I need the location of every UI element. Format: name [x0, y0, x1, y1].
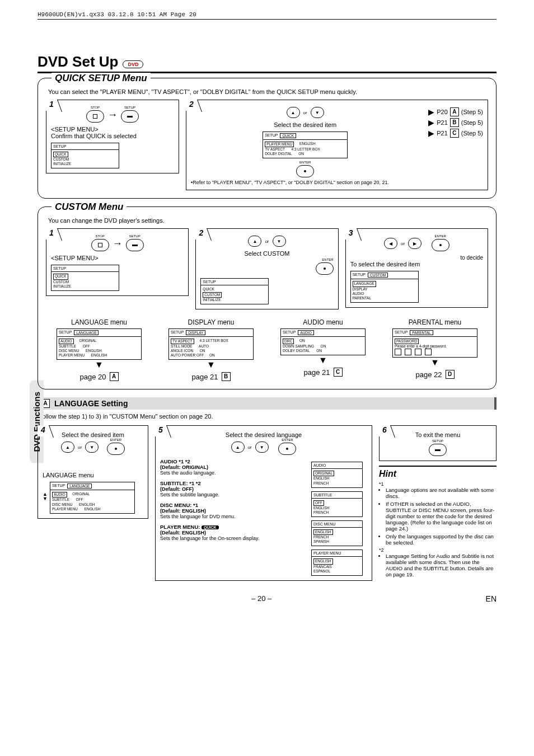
up-icon: ▲ [231, 442, 245, 453]
discmenu-options: DISC MENUENGLISHFRENCHSPANISH [311, 520, 363, 546]
page-title-row: DVD Set Up DVD [38, 53, 496, 73]
playermenu-desc: Sets the language for the On-screen disp… [160, 536, 306, 541]
or-text: or [78, 445, 82, 450]
audio-desc: Sets the audio language. [160, 470, 306, 476]
page-ref-text: page 21 [192, 373, 218, 381]
audio-title: AUDIO *1 *2 [160, 458, 306, 464]
hint-box: Hint *1 Language options are not availab… [379, 466, 496, 577]
enter-icon [107, 443, 125, 455]
quick-setup-intro: You can select the "PLAYER MENU", "TV AS… [48, 88, 488, 95]
right-icon: ▶ [408, 238, 421, 249]
page-footer: – 20 – EN [38, 594, 496, 603]
step-number: 2 [195, 228, 207, 240]
confirm-text: Confirm that QUICK is selected [51, 133, 174, 139]
language-menu-label: LANGUAGE menu [46, 318, 152, 326]
setup-menu-heading: <SETUP MENU> [51, 126, 174, 133]
custom-step-3: 3 ◀or▶ ENTER to decide To select the des… [345, 228, 488, 308]
down-icon: ▼ [255, 442, 269, 453]
stop-icon [86, 110, 104, 123]
step-number: 4 [38, 425, 49, 436]
playermenu-default: (Default: ENGLISH) [160, 530, 306, 536]
enter-icon [296, 165, 314, 177]
quick-badge: QUICK [202, 525, 219, 529]
enter-label: ENTER [191, 161, 419, 164]
arrow-right-icon: → [107, 109, 118, 121]
subtitle-options: SUBTITLEOFFENGLISHFRENCH [311, 491, 363, 517]
setup-label: SETUP [121, 106, 139, 109]
follow-text: Follow the step 1) to 3) in "CUSTOM Menu… [39, 413, 496, 420]
audio-default: (Default: ORIGINAL) [160, 464, 306, 470]
up-icon: ▲ [287, 107, 300, 118]
ref-letter: B [222, 372, 231, 381]
enter-label: ENTER [200, 258, 333, 261]
page-ref-text: page 22 [416, 370, 442, 379]
audio-menu-label: AUDIO menu [270, 318, 376, 326]
discmenu-desc: Sets the language for DVD menu. [160, 514, 306, 519]
custom-submenu: SETUPCUSTOM LANGUAGE DISPLAY AUDIO PAREN… [350, 271, 419, 303]
page-ref-text: page 20 [80, 373, 106, 381]
step-number: 5 [155, 425, 166, 436]
setup-icon [121, 110, 139, 123]
parental-menu: SETUPPARENTAL PASSWORD Please enter a 4-… [392, 328, 477, 358]
step-number: 6 [379, 425, 390, 436]
select-custom-text: Select CUSTOM [200, 250, 333, 257]
page-title: DVD Set Up [38, 53, 118, 71]
subtitle-default: (Default: OFF) [160, 486, 306, 492]
enter-icon [316, 262, 334, 275]
to-decide-text: to decide [350, 255, 483, 261]
setup-menu-quick: SETUP QUICK CUSTOM INITIALIZE [51, 143, 119, 168]
down-arrow-icon: ▼ [46, 360, 152, 370]
display-menu: SETUPDISPLAY TV ASPECT 4:3 LETTER BOX ST… [168, 328, 254, 360]
stop-icon [91, 239, 109, 251]
running-header: H9600UD(EN)v1.qx33 03.12.8 10:51 AM Page… [38, 11, 496, 20]
down-arrow-icon: ▼ [270, 355, 376, 365]
custom-menu-box: CUSTOM Menu You can change the DVD playe… [38, 206, 496, 389]
down-icon: ▼ [311, 107, 324, 118]
discmenu-title: DISC MENU: *1 [160, 502, 306, 508]
or-text: or [248, 445, 252, 450]
exit-menu-text: To exit the menu [384, 431, 491, 438]
custom-menu-title: CUSTOM Menu [51, 201, 127, 213]
hint-bullet: Language options are not available with … [386, 487, 496, 499]
enter-label: ENTER [278, 438, 296, 442]
lang-code: EN [486, 594, 496, 603]
setup-icon [126, 239, 144, 251]
or-text: or [303, 110, 307, 115]
setup-label: SETUP [384, 439, 491, 443]
select-desired-text: To select the desired item [350, 261, 483, 267]
hint-n1: *1 [379, 481, 496, 487]
language-menu: SETUPLANGUAGE AUDIO ORIGINAL SUBTITLE OF… [50, 482, 135, 514]
section-label: LANGUAGE Setting [54, 399, 128, 408]
submenu-flow: LANGUAGE menu SETUPLANGUAGE AUDIO ORIGIN… [46, 318, 488, 382]
discmenu-default: (Default: ENGLISH) [160, 508, 306, 514]
language-menu-label: LANGUAGE menu [43, 472, 143, 478]
page-ref-text: page 21 [304, 368, 330, 377]
or-text: or [265, 239, 269, 244]
quick-note: •Refer to "PLAYER MENU", "TV ASPECT", or… [191, 180, 419, 185]
lang-step-5: 5 Select the desired language ▲or▼ ENTER… [155, 425, 372, 581]
updown-icon: ▲▼ [43, 492, 48, 501]
hint-n2: *2 [379, 547, 496, 553]
down-icon: ▼ [85, 442, 99, 453]
hint-title: Hint [379, 469, 496, 479]
subtitle-desc: Sets the subtitle language. [160, 492, 306, 497]
display-menu-label: DISPLAY menu [158, 318, 264, 326]
lang-step-4: 4 Select the desired item ▲or▼ ENTER LAN… [38, 425, 148, 519]
quick-page-links: ▶P20 A (Step 5) ▶P21 B (Step 5) ▶P21 C (… [428, 106, 483, 185]
custom-step-1: 1 STOP → SETUP <SETUP MENU> SETUP QUICK … [46, 228, 189, 295]
stop-label: STOP [91, 234, 109, 238]
playermenu-options: PLAYER MENUENGLISHFRANCAISESPANOL [311, 550, 363, 575]
language-setting-bar: A LANGUAGE Setting [38, 397, 496, 410]
quick-setup-title: QUICK SETUP Menu [51, 73, 151, 84]
setup-menu-heading: <SETUP MENU> [51, 255, 184, 261]
quick-menu-detail: SETUPQUICK PLAYER MENU ENGLISH TV ASPECT… [263, 132, 348, 158]
down-arrow-icon: ▼ [382, 358, 488, 368]
enter-icon [278, 443, 296, 455]
left-icon: ◀ [384, 238, 397, 249]
step-number: 1 [46, 228, 57, 240]
audio-menu: SETUPAUDIO DRC ON DOWN SAMPLING ON DOLBY… [280, 328, 366, 355]
custom-intro: You can change the DVD player's settings… [48, 217, 488, 224]
setup-menu: SETUP QUICK CUSTOM INITIALIZE [51, 265, 119, 290]
page-number: – 20 – [38, 594, 486, 603]
custom-step-2: 2 ▲or▼ Select CUSTOM ENTER SETUP QUICK C… [195, 228, 338, 309]
